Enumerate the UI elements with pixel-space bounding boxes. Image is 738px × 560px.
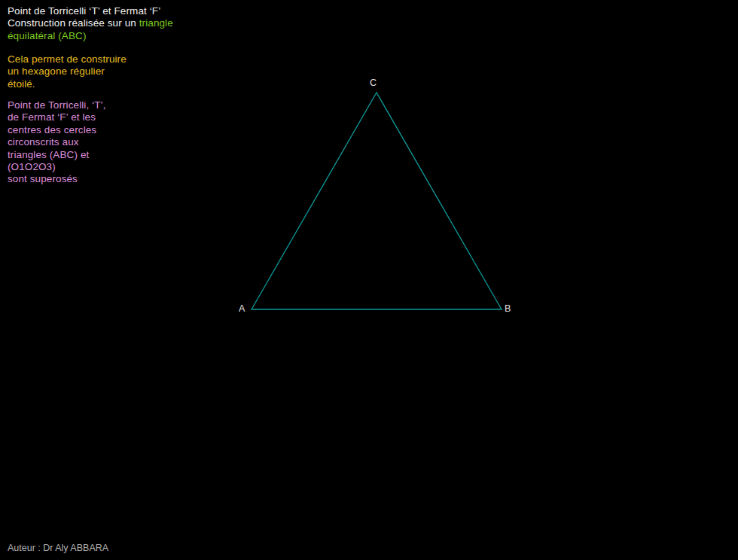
title-line-1: Point de Torricelli ‘T’ et Fermat ‘F’ — [8, 5, 173, 17]
title-line-3: équilatéral (ABC) — [8, 30, 173, 42]
title-line-2-green: triangle — [139, 17, 173, 29]
yellow-line-1: Cela permet de construire — [8, 53, 127, 65]
magenta-line-2: de Fermat ‘F’ et les — [8, 111, 106, 123]
triangle-abc — [252, 93, 502, 309]
magenta-line-7: sont superosés — [8, 173, 106, 185]
yellow-line-3: étoilé. — [8, 78, 127, 90]
magenta-line-1: Point de Torricelli, ‘T’, — [8, 99, 106, 111]
title-line-2: Construction réalisée sur un triangle — [8, 17, 173, 29]
yellow-line-2: un hexagone régulier — [8, 65, 127, 78]
vertex-label-c: C — [370, 78, 377, 88]
canvas-stage: A B C Point de Torricelli ‘T’ et Fermat … — [0, 0, 738, 560]
title-line-2-white: Construction réalisée sur un — [8, 17, 139, 29]
annotation-title: Point de Torricelli ‘T’ et Fermat ‘F’ Co… — [8, 5, 173, 42]
magenta-line-3: centres des cercles — [8, 124, 106, 136]
magenta-line-6: (O1O2O3) — [8, 161, 106, 173]
annotation-note-magenta: Point de Torricelli, ‘T’, de Fermat ‘F’ … — [8, 99, 106, 186]
annotation-note-yellow: Cela permet de construire un hexagone ré… — [8, 53, 127, 90]
magenta-line-4: circonscrits aux — [8, 136, 106, 148]
magenta-line-5: triangles (ABC) et — [8, 149, 106, 161]
author-credit: Auteur : Dr Aly ABBARA — [8, 543, 108, 553]
vertex-label-b: B — [505, 303, 511, 314]
vertex-label-a: A — [239, 303, 245, 314]
